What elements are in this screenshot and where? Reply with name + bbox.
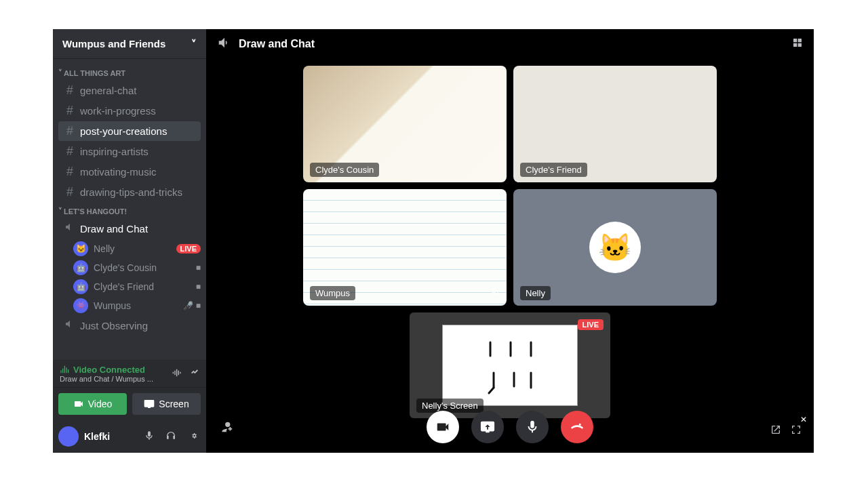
camera-icon: ■ [196, 301, 201, 310]
video-tile[interactable]: 🐱Nelly [513, 189, 717, 306]
avatar: 🐱 [589, 222, 641, 273]
fullscreen-icon[interactable] [791, 424, 802, 438]
noise-suppression-icon[interactable] [171, 367, 182, 380]
tile-label: Clyde's Friend [520, 163, 587, 177]
grid-view-icon[interactable] [792, 37, 803, 51]
video-tile[interactable]: Clyde's Friend [513, 66, 717, 182]
screenshare-button[interactable] [471, 411, 504, 443]
avatar[interactable] [58, 426, 79, 447]
mic-muted-icon: 🎤̷ [183, 301, 193, 310]
chevron-down-icon: ˅ [191, 38, 197, 50]
disconnect-button[interactable]: ✕ [561, 411, 593, 443]
channel-general-chat[interactable]: #general-chat [58, 81, 201, 100]
live-badge: LIVE [176, 244, 201, 253]
voice-member[interactable]: 👾Wumpus🎤̷ ■ [68, 296, 206, 315]
server-header[interactable]: Wumpus and Friends ˅ [53, 29, 206, 59]
channel-inspiring-artists[interactable]: #inspiring-artists [58, 142, 201, 161]
call-view: Draw and Chat Clyde's Cousin Clyde's Fri… [206, 29, 814, 453]
popout-icon[interactable] [770, 424, 781, 438]
category-header[interactable]: ˅ALL THINGS ART [53, 64, 206, 80]
video-tile[interactable]: Wumpus [303, 189, 507, 306]
call-controls: ✕ [206, 411, 814, 443]
voice-channel-draw-and-chat[interactable]: Draw and Chat [58, 219, 201, 239]
channel-drawing-tips[interactable]: #drawing-tips-and-tricks [58, 182, 201, 202]
hash-icon: # [64, 124, 76, 138]
camera-icon: ■ [196, 263, 201, 272]
mic-button[interactable] [516, 411, 549, 443]
avatar: 🤖 [73, 279, 88, 294]
user-panel: Klefki [53, 420, 206, 453]
speaker-icon [217, 35, 232, 54]
channel-list: ˅ALL THINGS ART #general-chat #work-in-p… [53, 59, 206, 360]
voice-channel-just-observing[interactable]: Just Observing [58, 316, 201, 336]
chevron-down-icon: ˅ [58, 68, 62, 77]
sidebar: Wumpus and Friends ˅ ˅ALL THINGS ART #ge… [53, 29, 206, 453]
camera-button[interactable] [427, 411, 459, 443]
live-badge: LIVE [578, 319, 604, 330]
tile-label: Nelly [520, 286, 551, 300]
voice-member[interactable]: 🤖Clyde's Friend■ [68, 277, 206, 296]
hash-icon: # [64, 185, 76, 199]
speaker-icon [64, 222, 76, 236]
avatar: 🤖 [73, 260, 88, 275]
hash-icon: # [64, 83, 76, 98]
screenshare-tile[interactable]: LIVE Nelly's Screen [410, 312, 610, 418]
call-channel-name: Draw and Chat [239, 38, 315, 50]
hash-icon: # [64, 144, 76, 159]
voice-status-title: Video Connected [60, 364, 153, 375]
tile-label: Wumpus [310, 286, 355, 300]
voice-member[interactable]: 🤖Clyde's Cousin■ [68, 258, 206, 277]
chevron-down-icon: ˅ [58, 207, 62, 216]
video-grid: Clyde's Cousin Clyde's Friend Wumpus 🐱Ne… [303, 66, 717, 306]
mic-muted-icon [489, 287, 500, 300]
voice-status-sub: Draw and Chat / Wumpus ... [60, 375, 153, 383]
hash-icon: # [64, 165, 76, 179]
video-tile[interactable]: Clyde's Cousin [303, 66, 507, 182]
voice-member[interactable]: 🐱NellyLIVE [68, 239, 206, 258]
tile-label: Clyde's Cousin [310, 163, 379, 177]
voice-status-panel: Video Connected Draw and Chat / Wumpus .… [53, 360, 206, 388]
speaker-icon [64, 319, 76, 333]
screen-button[interactable]: Screen [132, 393, 201, 415]
hash-icon: # [64, 104, 76, 118]
category-header[interactable]: ˅LET'S HANGOUT! [53, 203, 206, 218]
camera-icon: ■ [196, 282, 201, 291]
server-name: Wumpus and Friends [62, 38, 165, 49]
disconnect-icon[interactable] [189, 367, 199, 380]
settings-icon[interactable] [184, 430, 201, 443]
avatar: 🐱 [73, 241, 88, 256]
video-button[interactable]: Video [58, 393, 127, 415]
deafen-icon[interactable] [163, 430, 179, 443]
avatar: 👾 [73, 298, 88, 313]
channel-post-your-creations[interactable]: #post-your-creations [58, 121, 201, 141]
mute-icon[interactable] [141, 430, 157, 443]
channel-work-in-progress[interactable]: #work-in-progress [58, 101, 201, 121]
username: Klefki [84, 431, 136, 442]
call-header: Draw and Chat [206, 29, 814, 59]
channel-motivating-music[interactable]: #motivating-music [58, 162, 201, 182]
